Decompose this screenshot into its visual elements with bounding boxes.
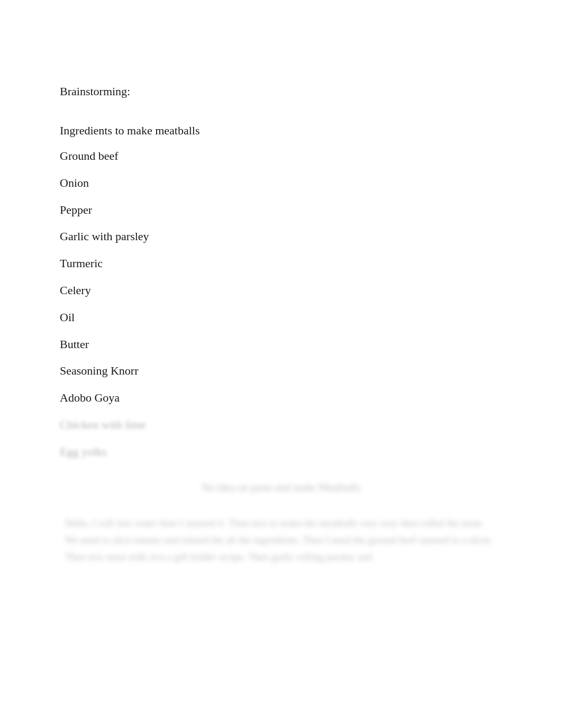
ingredient-item: Turmeric [60, 256, 502, 272]
ingredient-item: Adobo Goya [60, 390, 502, 406]
ingredient-item: Pepper [60, 202, 502, 219]
ingredient-item: Garlic with parsley [60, 229, 502, 245]
ingredient-item: Onion [60, 175, 502, 192]
center-blurred-text: No idea on pasta and make Meatballs [60, 481, 502, 494]
ingredient-item: Ground beef [60, 148, 502, 165]
blurred-ingredient-item: Chicken with lime [60, 417, 502, 433]
brainstorming-label: Brainstorming: [60, 85, 502, 98]
ingredient-item: Oil [60, 310, 502, 326]
page-content: Brainstorming: Ingredients to make meatb… [0, 0, 562, 597]
section-heading: Ingredients to make meatballs [60, 124, 502, 138]
blurred-items-list: Chicken with limeEgg yolks [60, 417, 502, 460]
ingredient-item: Seasoning Knorr [60, 363, 502, 379]
ingredients-list: Ground beefOnionPepperGarlic with parsle… [60, 148, 502, 406]
ingredient-item: Celery [60, 283, 502, 299]
blurred-ingredient-item: Egg yolks [60, 444, 502, 460]
bottom-blurred-paragraph: Hello, I will mix water then I sauteed i… [60, 515, 502, 566]
ingredient-item: Butter [60, 336, 502, 353]
